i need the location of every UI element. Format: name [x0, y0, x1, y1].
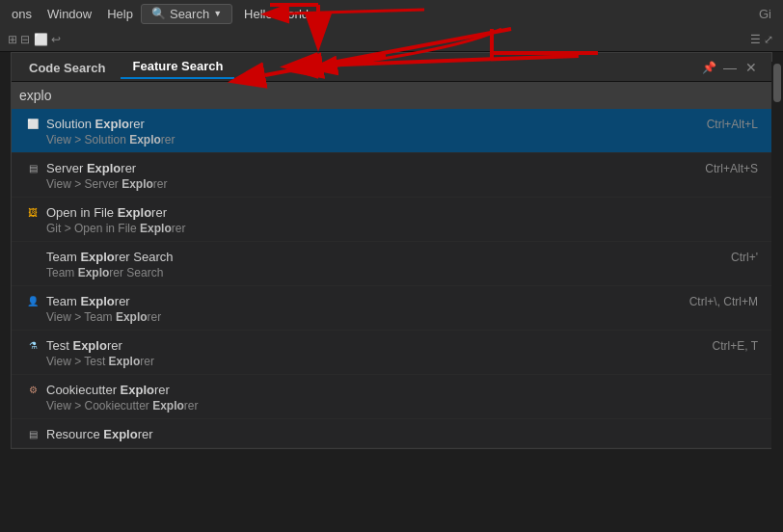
- result-subtitle-team-explorer: View > Team Explorer: [25, 310, 662, 324]
- result-item-solution-explorer[interactable]: ⬜ Solution Explorer View > Solution Expl…: [12, 109, 771, 153]
- result-title-open-file-explorer: 🖼 Open in File Explorer: [25, 204, 662, 220]
- result-item-server-explorer[interactable]: ▤ Server Explorer View > Server Explorer…: [12, 153, 771, 198]
- result-shortcut-test-explorer: Ctrl+E, T: [662, 337, 758, 353]
- menu-window[interactable]: Window: [40, 0, 99, 27]
- tab-code-search[interactable]: Code Search: [17, 57, 117, 79]
- result-item-test-explorer[interactable]: ⚗ Test Explorer View > Test Explorer Ctr…: [12, 331, 771, 375]
- result-content-cookiecutter-explorer: ⚙ Cookiecutter Explorer View > Cookiecut…: [25, 382, 662, 412]
- panel-controls: 📌 — ✕: [694, 59, 766, 76]
- result-content-server-explorer: ▤ Server Explorer View > Server Explorer: [25, 160, 662, 191]
- result-icon-open-file-explorer: 🖼: [25, 204, 40, 220]
- result-shortcut-cookiecutter-explorer: [662, 382, 758, 384]
- search-input-container: [12, 82, 771, 109]
- result-subtitle-cookiecutter-explorer: View > Cookiecutter Explorer: [25, 399, 662, 412]
- search-menu-button[interactable]: 🔍 Search ▼: [141, 4, 232, 24]
- result-title-solution-explorer: ⬜ Solution Explorer: [25, 116, 662, 131]
- result-icon-cookiecutter-explorer: ⚙: [25, 382, 40, 397]
- result-content-solution-explorer: ⬜ Solution Explorer View > Solution Expl…: [25, 116, 662, 146]
- result-icon-server-explorer: ▤: [25, 160, 40, 175]
- search-icon: 🔍: [151, 7, 166, 20]
- result-shortcut-team-explorer: Ctrl+\, Ctrl+M: [662, 293, 758, 308]
- tab-bar: Code Search Feature Search: [17, 55, 694, 79]
- result-icon-team-explorer-search: [25, 249, 40, 264]
- result-title-team-explorer-search: Team Explorer Search: [25, 249, 662, 264]
- result-title-cookiecutter-explorer: ⚙ Cookiecutter Explorer: [25, 382, 662, 397]
- dropdown-icon: ▼: [213, 9, 222, 18]
- result-title-server-explorer: ▤ Server Explorer: [25, 160, 662, 175]
- toolbar-icons: ⊞ ⊟ ⬜ ↩: [4, 33, 61, 46]
- gi-label: Gi: [759, 7, 771, 21]
- result-shortcut-resource-explorer: [662, 426, 758, 428]
- result-item-team-explorer-search[interactable]: Team Explorer Search Team Explorer Searc…: [12, 242, 771, 286]
- result-subtitle-open-file-explorer: Git > Open in File Explorer: [25, 222, 662, 235]
- result-shortcut-open-file-explorer: [662, 204, 758, 206]
- menu-ons[interactable]: ons: [4, 0, 40, 27]
- close-icon[interactable]: ✕: [742, 59, 760, 76]
- minimize-icon[interactable]: —: [721, 59, 739, 76]
- result-shortcut-team-explorer-search: Ctrl+': [662, 249, 758, 264]
- result-subtitle-server-explorer: View > Server Explorer: [25, 177, 662, 191]
- search-input[interactable]: [19, 88, 764, 103]
- scrollbar-thumb[interactable]: [773, 64, 781, 102]
- toolbar: ⊞ ⊟ ⬜ ↩ ☰ ⤢: [0, 27, 783, 52]
- results-list: ⬜ Solution Explorer View > Solution Expl…: [12, 109, 771, 448]
- result-item-team-explorer[interactable]: 👤 Team Explorer View > Team Explorer Ctr…: [12, 286, 771, 331]
- result-shortcut-solution-explorer: Ctrl+Alt+L: [662, 116, 758, 131]
- toolbar-right-icons: ☰ ⤢: [750, 33, 773, 46]
- result-content-team-explorer-search: Team Explorer Search Team Explorer Searc…: [25, 249, 662, 279]
- menu-bar: ons Window Help 🔍 Search ▼ Hello World G…: [0, 0, 783, 27]
- menu-help[interactable]: Help: [99, 0, 141, 27]
- result-icon-team-explorer: 👤: [25, 293, 40, 308]
- result-subtitle-team-explorer-search: Team Explorer Search: [25, 266, 662, 279]
- hello-world-tab[interactable]: Hello World: [232, 5, 320, 23]
- panel-header: Code Search Feature Search 📌 — ✕: [12, 53, 771, 82]
- result-title-team-explorer: 👤 Team Explorer: [25, 293, 662, 308]
- result-content-team-explorer: 👤 Team Explorer View > Team Explorer: [25, 293, 662, 324]
- result-title-test-explorer: ⚗ Test Explorer: [25, 337, 662, 353]
- result-content-open-file-explorer: 🖼 Open in File Explorer Git > Open in Fi…: [25, 204, 662, 235]
- result-item-resource-explorer[interactable]: ▤ Resource Explorer: [12, 419, 771, 448]
- result-icon-test-explorer: ⚗: [25, 337, 40, 353]
- result-item-open-file-explorer[interactable]: 🖼 Open in File Explorer Git > Open in Fi…: [12, 198, 771, 242]
- result-item-cookiecutter-explorer[interactable]: ⚙ Cookiecutter Explorer View > Cookiecut…: [12, 375, 771, 419]
- result-content-test-explorer: ⚗ Test Explorer View > Test Explorer: [25, 337, 662, 368]
- pin-icon[interactable]: 📌: [700, 59, 717, 76]
- result-content-resource-explorer: ▤ Resource Explorer: [25, 426, 662, 441]
- result-shortcut-server-explorer: Ctrl+Alt+S: [662, 160, 758, 175]
- search-panel: Code Search Feature Search 📌 — ✕ ⬜ Solut…: [11, 52, 772, 449]
- result-subtitle-solution-explorer: View > Solution Explorer: [25, 133, 662, 146]
- result-title-resource-explorer: ▤ Resource Explorer: [25, 426, 662, 441]
- scrollbar-track[interactable]: [771, 62, 783, 515]
- result-subtitle-test-explorer: View > Test Explorer: [25, 355, 662, 368]
- tab-feature-search[interactable]: Feature Search: [121, 55, 234, 79]
- result-icon-resource-explorer: ▤: [25, 426, 40, 441]
- result-icon-solution-explorer: ⬜: [25, 116, 40, 131]
- search-button-label: Search: [170, 7, 209, 21]
